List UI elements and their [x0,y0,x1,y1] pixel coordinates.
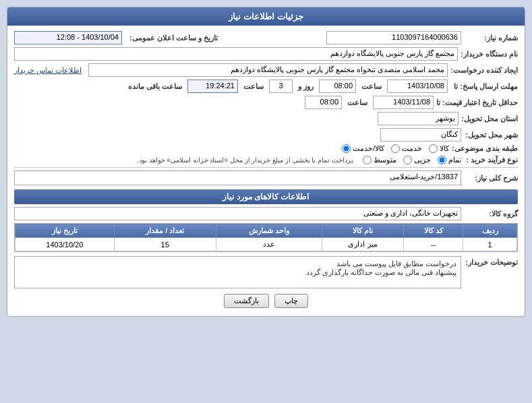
field-tozihate: درخواست مطابق فایل پیوست می باشد پیشنهاد… [14,256,461,288]
radio-khedmat-input[interactable] [391,144,400,153]
field-nam-dastgah: مجتمع گاز پارس جنوبی پالایشگاه دوازدهم [14,47,458,61]
row-shahr: شهر محل تحویل: کنگان [14,128,518,142]
field-ijad: محمد اسلامی منصدی تنخواه مجتمع گاز پارس … [88,63,448,77]
td-radif: 1 [463,238,517,251]
field-hadaghal-saat: 08:00 [305,96,342,109]
label-tabagheh: طبقه بندی موضوعی: [452,144,518,153]
field-hadaghal-date: 1403/11/08 [373,96,434,109]
field-shomara: 1103097164000636 [326,31,461,44]
field-sharh-koli: 13837/خرید-استعلامی [14,170,461,185]
button-row: چاپ بازگشت [14,294,518,308]
row-sharh-koli: شرح کلی نیاز: 13837/خرید-استعلامی [14,170,518,185]
label-ijad: ایجاد کننده درخواست: [450,66,518,75]
radio-kala-input[interactable] [429,144,438,153]
label-mohlat: مهلت ارسال پاسخ: تا [450,82,518,91]
main-container: جزئیات اطلاعات نیاز شماره نیاز: 11030971… [7,7,525,317]
field-shahr: کنگان [380,128,461,142]
field-gorohe-kala: تجهیزات خانگی، اداری و صنعتی [14,207,461,220]
row-hadaghal: حداقل تاریخ اعتبار قیمت: تا 1403/11/08 س… [14,96,518,109]
td-tarikh: 1403/10/20 [16,238,115,251]
row-ijad: ایجاد کننده درخواست: محمد اسلامی منصدی ت… [14,63,518,77]
field-mohlat-date: 1403/10/08 [387,80,448,93]
tozihate-line1: درخواست مطابق فایل پیوست می باشد [19,259,456,268]
page-header: جزئیات اطلاعات نیاز [7,7,525,26]
radio-tamam-input[interactable] [438,156,446,164]
label-rooz: روز و [298,82,314,91]
tozihate-line2: پیشنهاد فنی مالی به صورت جداگانه بارگذار… [19,268,456,277]
radio-kala-khedmat-input[interactable] [342,144,351,153]
label-baqi: ساعت باقی مانده [128,82,182,91]
label-shahr: شهر محل تحویل: [464,131,518,140]
label-tarikh-aalan: تاریخ و ساعت اعلان عمومی: [129,34,218,42]
row-shomara: شماره نیاز: 1103097164000636 تاریخ و ساع… [14,31,518,44]
label-saat3: ساعت [347,98,367,107]
row-gorohe-kala: گروه کالا: تجهیزات خانگی، اداری و صنعتی [14,207,518,220]
row-tozihate: توضیحات خریدار: درخواست مطابق فایل پیوست… [14,256,518,288]
th-tarikh-niaz: تاریخ نیاز [16,224,115,238]
th-vahed: واحد شمارش [216,224,322,238]
radio-jozii-item: جزیی [403,156,431,164]
label-sharh-koli: شرح کلی نیاز: [464,174,518,183]
link-ettelaat-tamas[interactable]: اطلاعات تماس خریدار [14,66,82,75]
radio-khedmat-item: خدمت [391,144,422,153]
row-mohlat: مهلت ارسال پاسخ: تا 1403/10/08 ساعت 08:0… [14,80,518,93]
table-row: 1 -- میز اداری عدد 15 1403/10/20 [16,238,517,251]
field-mohlat-mande: 19:24:21 [187,80,238,93]
radio-kala-khedmat-label: کالا/خدمت [353,144,384,153]
radio-kala-label: کالا [440,144,449,153]
radio-motavasset-item: متوسط [363,156,396,164]
row-nooe-farayand: نوع فرآیند خرید : تمام جزیی متوسط پرداخت… [14,156,518,164]
td-vahed: عدد [216,238,322,251]
th-radif: ردیف [463,224,517,238]
label-gorohe-kala: گروه کالا: [464,210,518,218]
radio-tamam-label: تمام [448,156,461,164]
radio-jozii-input[interactable] [403,156,412,164]
field-mohlat-rooz: 3 [269,80,293,93]
label-shomara: شماره نیاز: [464,34,518,42]
radio-kala-item: کالا [429,144,449,153]
label-ostan: استان محل تحویل: [461,115,518,123]
page-title: جزئیات اطلاعات نیاز [229,11,303,22]
btn-chap[interactable]: چاپ [274,294,308,308]
row-nam-dastgah: نام دستگاه خریدار: مجتمع گاز پارس جنوبی … [14,47,518,61]
radio-jozii-label: جزیی [414,156,431,164]
nooe-farayand-note: پرداخت تمام با بخشی از مبلغ خریدار از مح… [137,156,353,164]
th-cod-kala: کد کالا [403,224,463,238]
field-ostan: بوشهر [378,112,459,125]
td-nam-kala: میز اداری [322,238,404,251]
field-tarikh-aalan: 1403/10/04 - 12:08 [14,31,122,44]
radio-motavasset-label: متوسط [374,156,396,164]
btn-bazgasht[interactable]: بازگشت [224,294,269,308]
label-nam-dastgah: نام دستگاه خریدار: [461,50,518,59]
th-nam-kala: نام کالا [322,224,404,238]
radio-farayand: تمام جزیی متوسط [363,156,461,164]
section-kala: اطلاعات کالاهای مورد نیاز [14,189,518,204]
radio-motavasset-input[interactable] [363,156,372,164]
kala-table-container: ردیف کد کالا نام کالا واحد شمارش تعداد /… [14,223,518,252]
label-saat2: ساعت [243,82,264,91]
kala-table: ردیف کد کالا نام کالا واحد شمارش تعداد /… [15,224,517,251]
td-cod-kala: -- [403,238,463,251]
label-saat: ساعت [361,82,382,91]
row-tabagheh: طبقه بندی موضوعی: کالا خدمت کالا/خدمت [14,144,518,153]
content-area: شماره نیاز: 1103097164000636 تاریخ و ساع… [7,26,525,316]
label-hadaghal: حداقل تاریخ اعتبار قیمت: تا [436,98,518,107]
row-ostan: استان محل تحویل: بوشهر [14,112,518,125]
radio-khedmat-label: خدمت [402,144,422,153]
radio-tamam-item: تمام [438,156,461,164]
radio-kala-khedmat-item: کالا/خدمت [342,144,384,153]
label-tozihate: توضیحات خریدار: [464,256,518,267]
radio-tabagheh: کالا خدمت کالا/خدمت [342,144,449,153]
th-tedad: تعداد / مقدار [114,224,216,238]
td-tedad: 15 [114,238,216,251]
label-nooe-farayand: نوع فرآیند خرید : [464,156,518,164]
field-mohlat-saat: 08:00 [319,80,356,93]
divider1 [14,167,518,168]
